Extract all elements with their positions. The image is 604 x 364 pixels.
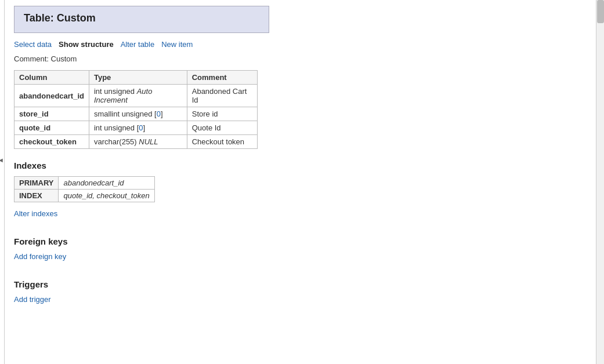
nav-select-data[interactable]: Select data — [14, 40, 52, 49]
indexes-section: Indexes PRIMARY abandonedcart_id INDEX q… — [14, 161, 584, 223]
col-comment: Abandoned Cart Id — [187, 85, 257, 107]
foreign-keys-title: Foreign keys — [14, 236, 584, 246]
scrollbar[interactable] — [596, 0, 604, 364]
add-trigger-link[interactable]: Add trigger — [14, 295, 51, 304]
nav-links: Select data Show structure Alter table N… — [14, 40, 584, 49]
col-type: smallint unsigned [0] — [89, 107, 187, 121]
col-header-type: Type — [89, 71, 187, 85]
col-name: abandonedcart_id — [15, 85, 89, 107]
scrollbar-thumb[interactable] — [597, 0, 604, 23]
table-row: quote_id int unsigned [0] Quote Id — [15, 121, 258, 135]
comment-value: Custom — [51, 54, 77, 63]
table-row: checkout_token varchar(255) NULL Checkou… — [15, 135, 258, 149]
index-type: PRIMARY — [15, 177, 59, 190]
col-name: store_id — [15, 107, 89, 121]
col-comment: Quote Id — [187, 121, 257, 135]
nav-new-item[interactable]: New item — [161, 40, 193, 49]
index-columns: quote_id, checkout_token — [59, 190, 154, 202]
col-type: int unsigned Auto Increment — [89, 85, 187, 107]
nav-show-structure[interactable]: Show structure — [59, 40, 114, 49]
index-type: INDEX — [15, 190, 59, 202]
col-name: quote_id — [15, 121, 89, 135]
index-row: INDEX quote_id, checkout_token — [15, 190, 155, 202]
indexes-title: Indexes — [14, 161, 584, 170]
indexes-table: PRIMARY abandonedcart_id INDEX quote_id,… — [14, 176, 155, 202]
index-columns: abandonedcart_id — [59, 177, 154, 190]
nav-alter-table[interactable]: Alter table — [121, 40, 155, 49]
col-comment: Store id — [187, 107, 257, 121]
page-title: Table: Custom — [24, 12, 259, 24]
structure-table: Column Type Comment abandonedcart_id int… — [14, 70, 258, 149]
left-bar-arrow: ◄ — [0, 156, 4, 163]
col-name: checkout_token — [15, 135, 89, 149]
col-header-comment: Comment — [187, 71, 257, 85]
table-row: abandonedcart_id int unsigned Auto Incre… — [15, 85, 258, 107]
table-row: store_id smallint unsigned [0] Store id — [15, 107, 258, 121]
alter-indexes-link[interactable]: Alter indexes — [14, 209, 57, 218]
foreign-keys-section: Foreign keys Add foreign key — [14, 236, 584, 265]
col-comment: Checkout token — [187, 135, 257, 149]
table-title-box: Table: Custom — [14, 6, 269, 33]
col-header-column: Column — [15, 71, 89, 85]
comment-label: Comment: — [14, 54, 49, 63]
col-type: varchar(255) NULL — [89, 135, 187, 149]
col-type: int unsigned [0] — [89, 121, 187, 135]
triggers-title: Triggers — [14, 279, 584, 289]
comment-line: Comment: Custom — [14, 54, 584, 63]
index-row: PRIMARY abandonedcart_id — [15, 177, 155, 190]
add-foreign-key-link[interactable]: Add foreign key — [14, 252, 66, 261]
triggers-section: Triggers Add trigger — [14, 279, 584, 308]
